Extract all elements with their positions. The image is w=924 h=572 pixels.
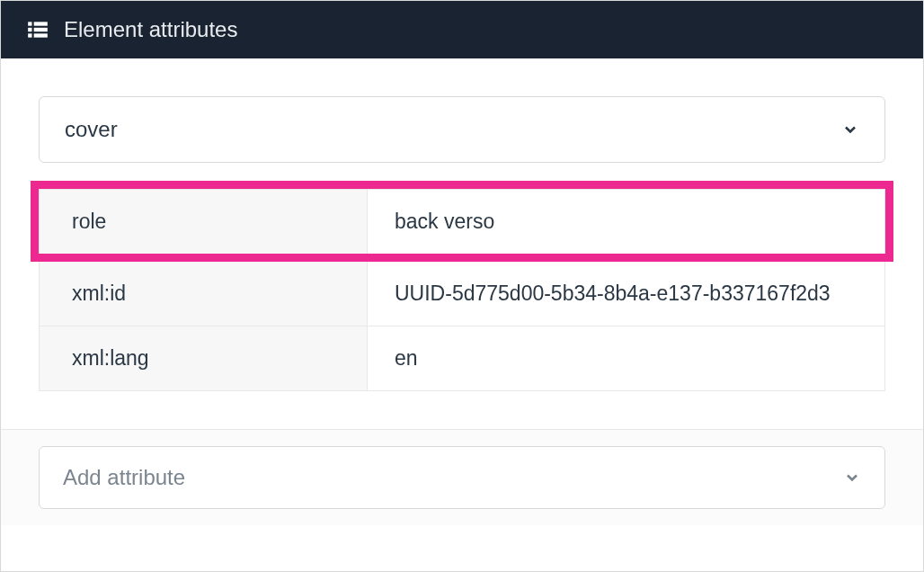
chevron-down-icon	[841, 121, 859, 139]
attribute-name: xml:lang	[40, 326, 368, 390]
panel-title: Element attributes	[64, 17, 237, 42]
highlighted-attribute: role back verso	[31, 181, 893, 262]
svg-rect-2	[28, 28, 31, 31]
chevron-down-icon	[843, 469, 861, 487]
svg-rect-5	[34, 33, 48, 37]
attribute-row[interactable]: xml:id UUID-5d775d00-5b34-8b4a-e137-b337…	[40, 262, 884, 326]
attribute-value: back verso	[368, 190, 884, 254]
svg-rect-4	[28, 33, 31, 37]
attribute-name: xml:id	[40, 262, 368, 326]
attribute-row[interactable]: xml:lang en	[40, 326, 884, 390]
list-icon	[26, 18, 49, 41]
panel-header: Element attributes	[1, 1, 923, 58]
add-attribute-dropdown[interactable]: Add attribute	[39, 446, 885, 509]
panel-footer: Add attribute	[1, 429, 923, 525]
attribute-row[interactable]: role back verso	[40, 190, 884, 254]
svg-rect-3	[34, 28, 48, 31]
attribute-value: en	[368, 326, 884, 390]
element-dropdown-selected: cover	[65, 117, 118, 142]
attribute-name: role	[40, 190, 368, 254]
svg-rect-0	[28, 22, 31, 25]
svg-rect-1	[34, 22, 48, 25]
panel-body: cover role back verso xml:id UUID-5d775d…	[1, 58, 923, 429]
attribute-value: UUID-5d775d00-5b34-8b4a-e137-b337167f2d3	[368, 262, 884, 326]
element-dropdown[interactable]: cover	[39, 96, 885, 163]
add-attribute-label: Add attribute	[63, 465, 185, 490]
